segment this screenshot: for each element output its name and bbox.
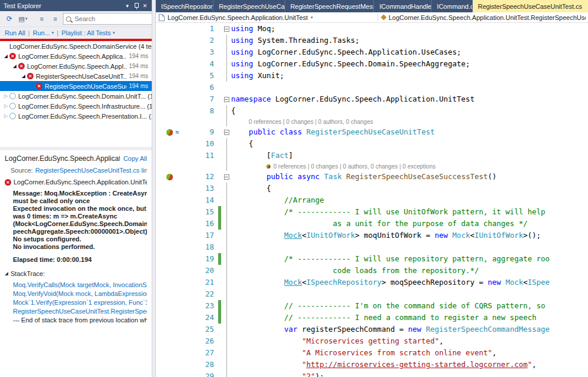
- document-tab[interactable]: RegisterSpeechUseCase.cs: [213, 0, 285, 12]
- code-text: [231, 288, 588, 300]
- source-label: Source:: [11, 167, 33, 174]
- code-text: "2");: [231, 371, 588, 377]
- search-input[interactable]: [74, 15, 152, 23]
- stack-frame-link[interactable]: Moq.VerifyCalls(Mock targetMock, Invocat…: [13, 281, 147, 290]
- stack-frame-link[interactable]: Moq.VerifyVoid(Mock mock, LambdaExpressi…: [13, 290, 147, 298]
- glyph-margin[interactable]: [156, 105, 195, 117]
- expander-collapsed-icon[interactable]: ▷: [2, 113, 9, 119]
- test-tree-row[interactable]: ✕LogCorner.EduSync.Speech.Appl... (1)194…: [0, 61, 152, 71]
- change-indicator: [218, 347, 221, 359]
- test-tree-row[interactable]: ▷LogCorner.EduSync.Speech.Presentation.I…: [0, 111, 152, 121]
- glyph-margin[interactable]: [156, 183, 195, 194]
- code-text: {: [231, 105, 588, 117]
- glyph-margin[interactable]: [156, 70, 195, 82]
- collapse-box-icon[interactable]: –: [224, 97, 229, 102]
- panel-splitter[interactable]: [152, 0, 156, 377]
- code-text: {: [231, 183, 588, 194]
- close-icon[interactable]: ✕: [141, 3, 149, 9]
- line-number: 18: [195, 241, 218, 253]
- document-tab[interactable]: ICommandHandler.cs: [374, 0, 432, 12]
- glyph-margin[interactable]: [156, 265, 195, 277]
- glyph-margin[interactable]: [156, 23, 195, 35]
- glyph-margin[interactable]: [156, 241, 195, 253]
- glyph-margin[interactable]: [156, 46, 195, 58]
- line-number: 16: [195, 218, 218, 230]
- test-tree-row[interactable]: LogCorner.EduSync.Speech.DomainService (…: [0, 41, 152, 51]
- glyph-margin[interactable]: [156, 82, 195, 93]
- source-link[interactable]: RegisterSpeechUseCaseUnitTest.cs line 12: [35, 167, 147, 174]
- glyph-margin[interactable]: [156, 359, 195, 371]
- test-tree-row[interactable]: ✕RegisterSpeechUseCaseUnitT... (1)194 ms: [0, 71, 152, 81]
- document-tab[interactable]: ISpeechRepository.cs: [156, 0, 213, 12]
- glyph-margin[interactable]: [156, 117, 195, 126]
- glyph-margin[interactable]: [156, 312, 195, 324]
- run-all-link[interactable]: Run All: [5, 29, 25, 36]
- fold-margin: [222, 359, 231, 371]
- options-button[interactable]: ≡: [49, 13, 61, 25]
- expander-expanded-icon[interactable]: [11, 65, 18, 68]
- collapse-box-icon[interactable]: –: [224, 174, 229, 180]
- line-number: 21: [195, 277, 218, 288]
- collapse-box-icon[interactable]: –: [224, 26, 229, 32]
- glyph-margin[interactable]: [156, 335, 195, 347]
- glyph-margin[interactable]: [156, 253, 195, 265]
- glyph-margin[interactable]: [156, 218, 195, 230]
- project-dropdown[interactable]: LogCorner.EduSync.Speech.Application.Uni…: [156, 14, 378, 21]
- stacktrace-expander[interactable]: StackTrace:: [5, 270, 147, 277]
- expander-collapsed-icon[interactable]: ▷: [2, 103, 9, 109]
- test-tree-row[interactable]: ▷LogCorner.EduSync.Speech.Infrastructure…: [0, 101, 152, 111]
- test-tree-row[interactable]: ✕LogCorner.EduSync.Speech.Applica... (1)…: [0, 51, 152, 61]
- glyph-margin[interactable]: [156, 371, 195, 377]
- test-detail-pane: LogCorner.EduSync.Speech.Applicatio... C…: [0, 150, 152, 377]
- group-by-button[interactable]: ▤▾: [17, 13, 29, 25]
- stack-frame-link[interactable]: RegisterSpeechUseCaseUnitTest.RegisterSp…: [13, 307, 147, 316]
- glyph-margin[interactable]: [156, 161, 195, 171]
- document-tab[interactable]: RegisterSpeechRequestMessage.cs: [285, 0, 375, 12]
- test-tree-row[interactable]: ✕RegisterSpeechUseCaseSuccess...194 ms: [0, 81, 152, 91]
- document-tab-bar: ISpeechRepository.csRegisterSpeechUseCas…: [156, 0, 588, 12]
- test-tree[interactable]: LogCorner.EduSync.Speech.DomainService (…: [0, 41, 152, 150]
- run-menu-link[interactable]: Run...: [33, 29, 50, 36]
- glyph-margin[interactable]: ⇆: [156, 126, 195, 138]
- fold-margin: –: [222, 23, 231, 35]
- failed-test-ball-icon[interactable]: [166, 174, 173, 180]
- glyph-margin[interactable]: [156, 138, 195, 150]
- run-tests-after-build-button[interactable]: ⟳: [4, 13, 15, 25]
- codelens-test-status-icon[interactable]: [266, 164, 270, 169]
- test-hierarchy-icon[interactable]: ⇆: [175, 126, 179, 138]
- glyph-margin[interactable]: [156, 194, 195, 206]
- pin-icon[interactable]: [132, 2, 141, 9]
- glyph-margin[interactable]: [156, 93, 195, 105]
- expander-collapsed-icon[interactable]: ▷: [2, 93, 9, 99]
- glyph-margin[interactable]: [156, 58, 195, 70]
- codelens-text: 0 references | 0 changes | 0 authors, 0 …: [273, 163, 436, 170]
- document-tab[interactable]: ICommand.cs: [432, 0, 473, 12]
- glyph-margin[interactable]: [156, 324, 195, 335]
- hierarchy-button[interactable]: ≡: [36, 13, 48, 25]
- expander-expanded-icon[interactable]: [2, 55, 9, 58]
- copy-all-link[interactable]: Copy All: [123, 155, 147, 162]
- test-explorer-titlebar[interactable]: Test Explorer ▾ ✕: [0, 0, 152, 11]
- code-area[interactable]: 1–using Moq;2using System.Threading.Task…: [156, 23, 588, 377]
- glyph-margin[interactable]: [156, 171, 195, 183]
- test-tree-row[interactable]: ▷LogCorner.EduSync.Speech.Domain.UnitT..…: [0, 91, 152, 101]
- test-name: LogCorner.EduSync.Speech.DomainService (…: [9, 43, 152, 50]
- glyph-margin[interactable]: [156, 347, 195, 359]
- glyph-margin[interactable]: [156, 300, 195, 312]
- window-position-button[interactable]: ▾: [123, 3, 132, 9]
- type-dropdown[interactable]: LogCorner.EduSync.Speech.Application.Uni…: [378, 14, 588, 21]
- document-tab[interactable]: RegisterSpeechUseCaseUnitTest.cs: [473, 0, 588, 12]
- code-line: 27 "A Microservices from scratch online …: [156, 347, 588, 359]
- collapse-box-icon[interactable]: –: [224, 130, 229, 135]
- expander-expanded-icon[interactable]: [20, 75, 27, 78]
- glyph-margin[interactable]: [156, 150, 195, 161]
- glyph-margin[interactable]: [156, 230, 195, 241]
- glyph-margin[interactable]: [156, 277, 195, 288]
- glyph-margin[interactable]: [156, 288, 195, 300]
- stack-frame-link[interactable]: Mock`1.Verify(Expression`1 expression, F…: [13, 298, 147, 307]
- glyph-margin[interactable]: [156, 35, 195, 46]
- test-status-ball-icon[interactable]: [166, 129, 173, 136]
- failed-test-icon: ✕: [5, 179, 11, 186]
- playlist-link[interactable]: Playlist : All Tests: [61, 29, 111, 36]
- glyph-margin[interactable]: [156, 206, 195, 218]
